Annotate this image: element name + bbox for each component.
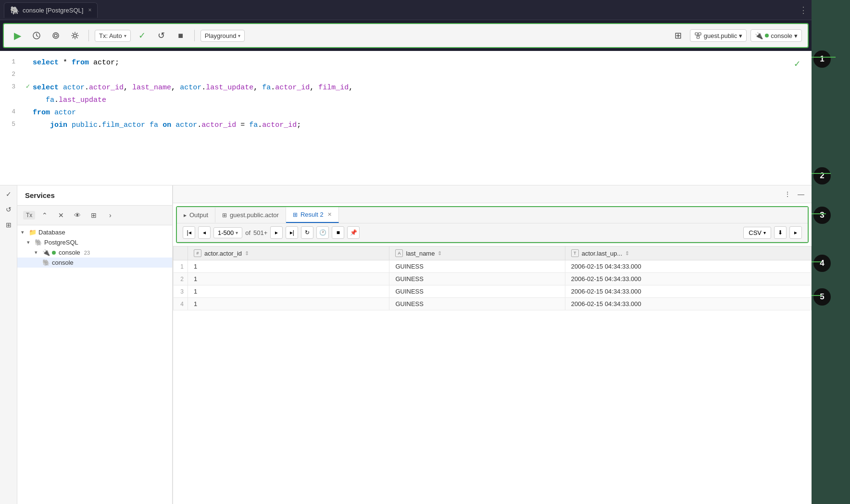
tab-bar: 🐘 console [PostgreSQL] × ⋮ — [0, 0, 812, 20]
connection-selector[interactable]: 🔌 console ▾ — [750, 29, 802, 42]
schema-label: guest.public — [704, 32, 737, 39]
table-body: 1 1 GUINESS 2006-02-15 04:34:33.000 2 1 … — [174, 260, 812, 310]
tree-label-console: console — [59, 249, 80, 256]
csv-dropdown[interactable]: CSV ▾ — [743, 227, 771, 239]
prev-page-button[interactable]: ◂ — [198, 226, 211, 239]
collapse-button[interactable]: ✕ — [54, 209, 68, 222]
code-line-1: 1 select * from actor; — [0, 57, 812, 69]
history-icon — [32, 31, 41, 40]
connection-status-dot — [765, 34, 769, 37]
actor-tab[interactable]: ⊞ guest.public.actor — [215, 208, 286, 222]
tree-view: ▾ 📁 Database ▾ 🐘 PostgreSQL ▾ 🔌 console — [17, 225, 172, 504]
first-page-button[interactable]: |◂ — [183, 226, 195, 239]
range-arrow-icon: ▾ — [236, 230, 238, 235]
col-sort-icon-1: ⇕ — [245, 250, 249, 257]
tree-item-console[interactable]: ▾ 🔌 console 23 — [17, 247, 172, 258]
folder-icon: 📁 — [29, 229, 37, 236]
tab-close-button[interactable]: × — [88, 7, 91, 13]
callout-4-label: 4 — [820, 258, 824, 268]
col-header-last-update[interactable]: T actor.last_up... ⇕ — [565, 246, 811, 260]
chevron-right-button[interactable]: › — [103, 209, 117, 222]
page-total: 501+ — [253, 229, 267, 236]
run-button[interactable]: ▶ — [10, 28, 25, 43]
expand-button[interactable]: ⌃ — [38, 209, 51, 222]
col-header-actor-id[interactable]: # actor.actor_id ⇕ — [188, 246, 389, 260]
cell-last-update-2: 2006-02-15 04:34:33.000 — [565, 273, 811, 285]
col-sort-icon-2: ⇕ — [438, 250, 442, 257]
callout-2: 2 — [813, 167, 831, 184]
loop-button[interactable] — [48, 28, 63, 43]
connector-line-4 — [812, 261, 821, 262]
svg-rect-4 — [695, 33, 698, 35]
callout-3: 3 — [813, 207, 831, 224]
undo-button[interactable]: ↺ — [154, 28, 169, 43]
more-options-button[interactable]: ⋮ — [799, 5, 808, 15]
sidebar-icon-grid[interactable]: ⊞ — [2, 218, 15, 232]
history-button[interactable] — [29, 28, 44, 43]
tx-dropdown[interactable]: Tx: Auto ▾ — [95, 30, 131, 42]
tree-item-console-active[interactable]: 🐘 console — [17, 258, 172, 268]
svg-point-3 — [74, 34, 76, 37]
more-button-2[interactable]: ▸ — [789, 226, 802, 239]
cell-last-update-4: 2006-02-15 04:34:33.000 — [565, 298, 811, 310]
connection-icon: 🔌 — [755, 32, 763, 39]
tree-item-database[interactable]: ▾ 📁 Database — [17, 227, 172, 237]
console-tab[interactable]: 🐘 console [PostgreSQL] × — [4, 2, 98, 18]
output-tab-label: Output — [189, 211, 208, 219]
last-page-button[interactable]: ▸| — [286, 226, 298, 239]
cell-last-name-4: GUINESS — [389, 298, 565, 310]
data-table: # actor.actor_id ⇕ A last_name ⇕ — [173, 246, 812, 310]
download-button[interactable]: ⬇ — [774, 226, 787, 239]
settings-button[interactable] — [67, 28, 83, 43]
tree-item-postgresql[interactable]: ▾ 🐘 PostgreSQL — [17, 237, 172, 247]
history-btn2[interactable]: 🕐 — [316, 226, 329, 239]
pin-button[interactable]: 📌 — [347, 226, 360, 239]
actor-tab-icon: ⊞ — [222, 212, 227, 219]
connector-line-5 — [812, 295, 821, 296]
data-table-container[interactable]: # actor.actor_id ⇕ A last_name ⇕ — [173, 246, 812, 504]
playground-dropdown[interactable]: Playground ▾ — [200, 30, 245, 42]
code-editor[interactable]: ✓ 1 select * from actor; 2 3 ✓ select ac… — [0, 51, 812, 185]
table-row: 1 1 GUINESS 2006-02-15 04:34:33.000 — [174, 260, 812, 273]
results-tabs-container: ▸ Output ⊞ guest.public.actor ⊞ Result 2… — [176, 206, 809, 243]
stop-button[interactable]: ■ — [173, 28, 188, 43]
page-of-label: of — [245, 229, 250, 236]
cell-actor-id-2: 1 — [188, 273, 389, 285]
tab-title: console [PostgreSQL] — [23, 7, 83, 14]
col-label-actor-id: actor.actor_id — [204, 250, 242, 257]
tree-arrow-icon-pg: ▾ — [27, 239, 33, 246]
table-row: 3 1 GUINESS 2006-02-15 04:34:33.000 — [174, 285, 812, 298]
page-range[interactable]: 1-500 ▾ — [213, 227, 242, 238]
schema-arrow-icon: ▾ — [739, 32, 742, 39]
col-header-last-name[interactable]: A last_name ⇕ — [389, 246, 565, 260]
svg-rect-5 — [699, 33, 701, 35]
sidebar-icon-undo[interactable]: ↺ — [2, 203, 15, 216]
row-num-header — [174, 246, 188, 260]
results-more-button[interactable]: ⋮ — [781, 187, 794, 201]
result2-close-button[interactable]: ✕ — [327, 211, 332, 218]
tree-label-console-active: console — [52, 259, 74, 266]
refresh-button[interactable]: ↻ — [301, 226, 313, 239]
add-button[interactable]: ⊞ — [87, 209, 100, 222]
output-tab[interactable]: ▸ Output — [177, 208, 215, 222]
eye-button[interactable]: 👁 — [71, 209, 84, 222]
schema-selector[interactable]: guest.public ▾ — [690, 29, 747, 42]
results-minimize-button[interactable]: — — [794, 187, 808, 201]
grid-button[interactable]: ⊞ — [671, 28, 686, 43]
sidebar-icon-checkmark[interactable]: ✓ — [2, 187, 15, 201]
svg-point-2 — [54, 34, 57, 37]
col-type-icon-3: T — [571, 249, 579, 257]
check-button[interactable]: ✓ — [135, 28, 150, 43]
stop-btn2[interactable]: ■ — [332, 226, 344, 239]
next-page-button[interactable]: ▸ — [270, 226, 283, 239]
divider-2 — [194, 30, 195, 41]
code-line-3b: fa.last_update — [0, 94, 812, 107]
row-num-2: 2 — [174, 273, 188, 285]
table-row: 4 1 GUINESS 2006-02-15 04:34:33.000 — [174, 298, 812, 310]
callout-1: 1 — [813, 50, 831, 68]
actor-tab-label: guest.public.actor — [230, 211, 279, 219]
services-title: Services — [17, 185, 172, 206]
line1-status-icon: ✓ — [794, 58, 800, 70]
result2-tab[interactable]: ⊞ Result 2 ✕ — [286, 207, 339, 223]
connection-arrow-icon: ▾ — [794, 32, 798, 39]
